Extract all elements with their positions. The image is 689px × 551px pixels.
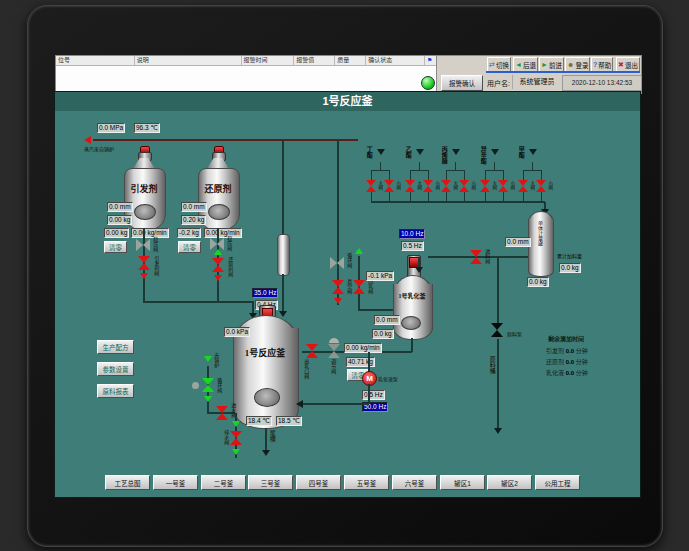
kettle-feed-valve-icon[interactable] <box>470 250 482 264</box>
water-inlet-valve-icon[interactable] <box>216 406 228 420</box>
monomer-valve-small[interactable] <box>423 180 433 192</box>
tab-kettle-2[interactable]: 二号釜 <box>201 475 246 490</box>
tab-tank-area-1[interactable]: 罐区1 <box>440 475 485 490</box>
monitor-photo: 位号 说明 报警时间 报警值 质量 确认状态 ⚑ 备注 ⇄ 切换 ◄ 后退 ► … <box>0 0 689 551</box>
reducer-agitator-icon <box>208 204 230 220</box>
reducer-weight-display: 0.20 kg <box>181 215 206 225</box>
reactor-freq-setpoint[interactable]: 35.0 Hz <box>252 288 278 298</box>
pipe <box>497 257 499 325</box>
back-button[interactable]: ◄ 后退 <box>513 57 538 72</box>
steam-source-label: 蒸汽来自锅炉 <box>84 145 114 152</box>
page-title: 1号反应釜 <box>55 92 640 111</box>
drip-row: 还原剂 0.0 分钟 <box>546 357 588 366</box>
help-button[interactable]: ? 帮助 <box>591 57 613 72</box>
pipe <box>411 338 413 352</box>
reducer-level-display: 0.0 mm <box>181 202 207 212</box>
col-alarm-time: 报警时间 <box>242 56 295 65</box>
control-valve-label: 调节阀 <box>330 359 335 374</box>
pipe <box>302 403 369 405</box>
initiator-feed-valve-icon[interactable] <box>138 256 150 270</box>
emulsifier-freq-setpoint[interactable]: 10.0 Hz <box>399 229 425 239</box>
control-valve-actuator-icon <box>329 338 339 343</box>
flow-arrow <box>204 396 212 402</box>
center-circulation-valve-icon[interactable] <box>330 257 344 269</box>
monomer-manifold-pipe <box>371 201 545 203</box>
flow-arrow <box>204 356 212 362</box>
valve-small-label: 小阀 <box>509 181 514 190</box>
drip-unit: 分钟 <box>576 359 588 365</box>
total-feed-display: 0.0 kg <box>559 263 581 273</box>
reducer-clear-button[interactable]: 清零 <box>178 241 201 253</box>
monomer-valve-big[interactable] <box>405 180 415 192</box>
initiator-clear-button[interactable]: 清零 <box>104 241 127 253</box>
monomer-valve-small[interactable] <box>459 180 469 192</box>
reducer-net-display: -0.2 kg <box>177 228 201 238</box>
initiator-rate-display: 0.00 kg/min <box>131 228 169 238</box>
feed-arrow <box>491 149 499 155</box>
valve-big-label: 大阀 <box>416 181 421 190</box>
initiator-top-valve-icon[interactable] <box>136 239 150 251</box>
switch-button[interactable]: ⇄ 切换 <box>487 57 511 72</box>
emulsion-outlet-valve-icon[interactable] <box>306 344 318 358</box>
drain-valve-icon[interactable] <box>230 431 242 445</box>
tab-tank-area-2[interactable]: 罐区2 <box>487 475 532 490</box>
tab-kettle-4[interactable]: 四号釜 <box>296 475 341 490</box>
monomer-valve-big[interactable] <box>518 180 528 192</box>
forward-button[interactable]: ► 前进 <box>539 57 564 72</box>
emulsifier-freq-display: 0.5 Hz <box>401 241 424 251</box>
monomer-valve-small[interactable] <box>384 180 394 192</box>
monomer-valve-big[interactable] <box>441 180 451 192</box>
help-icon: ? <box>593 61 597 68</box>
drip-unit: 分钟 <box>576 348 588 354</box>
help-label: 帮助 <box>598 60 611 70</box>
circulation-valve-icon[interactable] <box>202 378 214 392</box>
exit-button[interactable]: ✖ 退出 <box>616 57 640 72</box>
reactor-name: 1号反应釜 <box>233 346 297 359</box>
monomer-valve-small[interactable] <box>536 180 546 192</box>
valve-big-label: 大阀 <box>377 181 382 190</box>
monomer-label: 异辛酯 <box>480 146 486 164</box>
parameter-button[interactable]: 参数设置 <box>97 362 134 376</box>
tab-utilities[interactable]: 公用工程 <box>535 475 580 490</box>
metering-tank-name: 单体计量罐 <box>537 221 542 246</box>
back-label: 后退 <box>523 60 536 70</box>
kettle-feed-valve-label: 进料阀 <box>484 249 489 264</box>
drain-valve-label: 排水阀 <box>223 430 228 445</box>
flow-arrow <box>232 421 240 427</box>
monomer-valve-small[interactable] <box>498 180 508 192</box>
pump-freq-display: 0.5 Hz <box>362 390 385 400</box>
username-label: 用户名: <box>487 78 510 88</box>
flow-arrow <box>279 311 287 317</box>
initiator-top-valve-label: 稳压阀 <box>152 237 157 252</box>
report-button[interactable]: 原料报表 <box>97 384 134 398</box>
login-button[interactable]: ☻ 登录 <box>565 57 590 72</box>
raw-material-pump-icon[interactable] <box>491 323 503 337</box>
reactor-outlet-label: 浆槽 <box>269 430 275 442</box>
flow-arrow <box>262 450 270 456</box>
valve-big-label: 大阀 <box>529 181 534 190</box>
tab-process-overview[interactable]: 工艺总图 <box>105 475 150 490</box>
valve-actuator-icon <box>192 382 199 389</box>
tab-kettle-5[interactable]: 五号釜 <box>344 475 389 490</box>
alarm-ack-button[interactable]: 报警确认 <box>441 75 483 91</box>
exit-label: 退出 <box>625 60 638 70</box>
monomer-valve-big[interactable] <box>366 180 376 192</box>
alarm-lamp <box>421 76 435 90</box>
vacuum-valve-label: 真空阀 <box>346 279 351 294</box>
control-valve-icon[interactable] <box>328 344 340 358</box>
switch-label: 切换 <box>496 60 509 70</box>
reducer-feed-valve-icon[interactable] <box>212 258 224 272</box>
monomer-label: 乙酯 <box>405 146 411 158</box>
vacuum-valve-icon[interactable] <box>332 280 344 294</box>
tab-kettle-3[interactable]: 三号釜 <box>248 475 293 490</box>
tab-kettle-6[interactable]: 六号釜 <box>392 475 437 490</box>
user-icon: ☻ <box>567 61 574 68</box>
drip-name: 还原剂 <box>546 359 564 365</box>
initiator-name: 引发剂 <box>124 182 164 195</box>
initiator-net-display: 0.00 kg <box>104 228 129 238</box>
back-icon: ◄ <box>515 61 522 68</box>
return-valve-icon[interactable] <box>353 280 365 294</box>
monomer-valve-big[interactable] <box>480 180 490 192</box>
tab-kettle-1[interactable]: 一号釜 <box>153 475 198 490</box>
recipe-button[interactable]: 生产配方 <box>97 340 134 354</box>
